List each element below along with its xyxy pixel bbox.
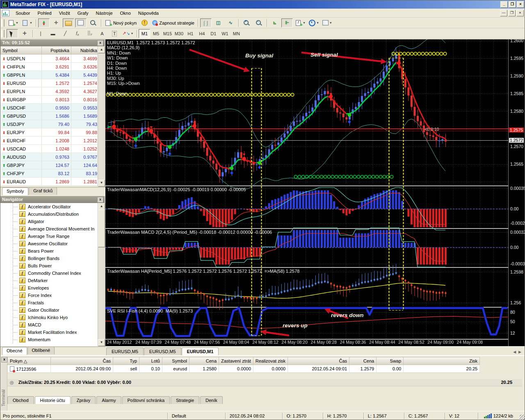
terminal-tab-obchod[interactable]: Obchod <box>7 396 34 404</box>
navigator-item[interactable]: fBollinger Bands <box>0 255 99 262</box>
market-watch-row[interactable]: ⬇CHFPLN3.62913.6326 <box>1 63 99 71</box>
chart-shift-button[interactable]: ⊩ <box>281 18 293 27</box>
new-order-button[interactable]: +Nový pokyn <box>103 18 138 27</box>
toolbar-grip[interactable] <box>1 19 5 27</box>
navigator-item[interactable]: fBulls Power <box>0 262 99 269</box>
market-watch-row[interactable]: ⬇EURCHF1.20081.2012 <box>1 137 99 145</box>
scroll-up-icon[interactable]: ▲ <box>98 46 105 53</box>
mw-col-0[interactable]: Symbol <box>1 46 42 55</box>
market-watch-row[interactable]: ⬇EURAUD1.28691.2881 <box>1 178 99 186</box>
text-label-tool-button[interactable]: T <box>109 29 120 38</box>
vertical-line-tool-button[interactable]: ❘ <box>35 29 46 38</box>
terminal-toggle-button[interactable] <box>75 18 87 27</box>
navigator-item[interactable]: fAccumulation/Distribution <box>0 210 99 218</box>
templates-button[interactable]: ▼ <box>321 18 333 27</box>
enable-strategies-button[interactable]: Zapnout strategie <box>151 18 196 27</box>
navigator-item[interactable]: fForce Index <box>0 292 99 299</box>
timeframe-m15[interactable]: M15 <box>162 29 173 38</box>
market-watch-row[interactable]: ⬇EURGBP0.80130.8016 <box>1 96 99 104</box>
timeframe-m5[interactable]: M5 <box>150 29 162 38</box>
terminal-tab-strategie[interactable]: Strategie <box>171 396 199 404</box>
navigator-item[interactable]: fAwesome Oscillator <box>0 240 99 247</box>
navigator-item[interactable]: fFractals <box>0 299 99 306</box>
tab-scroll-arrows[interactable]: ◀▶ <box>513 350 524 354</box>
order-row[interactable]: 171235962012.05.24 09:00sell0.10eurusd1.… <box>8 365 480 373</box>
terminal-col-0[interactable]: Pokyn △ <box>8 357 51 365</box>
profiles-button[interactable]: ▼ <box>21 18 34 27</box>
navigator-item[interactable]: fGator Oscillator <box>0 306 99 314</box>
resize-grip[interactable] <box>520 415 525 420</box>
market-watch-tab-graf-ticků[interactable]: Graf ticků <box>29 187 57 195</box>
terminal-col-3[interactable]: Lotů <box>139 357 162 365</box>
market-watch-row[interactable]: ⬆GBPUSD1.56861.5689 <box>1 112 99 120</box>
nav-scroll-up-icon[interactable]: ▲ <box>98 203 105 210</box>
arrows-tool-button[interactable]: ↗↘▼ <box>121 29 135 38</box>
timeframe-m30[interactable]: M30 <box>173 29 185 38</box>
terminal-tab-historie-tu[interactable]: Historie účtu <box>35 396 71 404</box>
chart-window[interactable]: EURUSD,M1 1.2572 1.2573 1.2572 1.2572MAC… <box>105 39 525 346</box>
timeframe-m1[interactable]: M1 <box>139 29 150 38</box>
strategy-tester-button[interactable] <box>87 18 99 27</box>
terminal-col-4[interactable]: Symbol <box>162 357 189 365</box>
mdi-restore-button[interactable]: ❐ <box>508 10 516 16</box>
timeframe-w1[interactable]: W1 <box>219 29 231 38</box>
menu-vložit[interactable]: Vložit <box>55 9 74 17</box>
menu-pohled[interactable]: Pohled <box>34 9 55 17</box>
chart-tab-1[interactable]: EURUSD,M5 <box>144 347 181 355</box>
navigator-item[interactable]: fAverage True Range <box>0 233 99 240</box>
chart-tab-2[interactable]: EURUSD,M1 <box>182 347 219 355</box>
horizontal-line-tool-button[interactable]: ▬ <box>47 29 59 38</box>
terminal-tab-alarmy[interactable]: Alarmy <box>96 396 121 404</box>
market-watch-scrollbar[interactable]: ▲ ▼ <box>98 46 105 187</box>
nav-scroll-down-icon[interactable]: ▼ <box>98 339 105 346</box>
terminal-tab-den-k[interactable]: Deník <box>200 396 223 404</box>
terminal-col-5[interactable]: Cena <box>189 357 219 365</box>
terminal-col-7[interactable]: Realizovat zisk <box>253 357 288 365</box>
market-watch-row[interactable]: ⬆CHFJPY83.1283.19 <box>1 169 99 178</box>
terminal-col-6[interactable]: Zastavení ztrát <box>219 357 253 365</box>
navigator-item[interactable]: fMACD <box>0 321 99 329</box>
market-watch-row[interactable]: ⬇EURJPY99.8499.88 <box>1 128 99 137</box>
crosshair-tool-button[interactable]: ✛ <box>19 29 30 38</box>
terminal-col-11[interactable]: Zisk <box>404 357 480 365</box>
navigator-item[interactable]: fEnvelopes <box>0 284 99 292</box>
terminal-tab-po-tovn-schr-nka[interactable]: Poštovní schránka <box>122 396 170 404</box>
navigator-item[interactable]: fAverage Directional Movement In <box>0 225 99 233</box>
timeframe-h1[interactable]: H1 <box>185 29 196 38</box>
nav-scroll-thumb[interactable] <box>98 210 105 247</box>
equidistant-channel-tool-button[interactable]: ⣿F <box>84 29 96 38</box>
mw-col-1[interactable]: Poptávka <box>42 46 71 55</box>
terminal-col-9[interactable]: Cena <box>349 357 377 365</box>
menu-okno[interactable]: Okno <box>116 9 135 17</box>
market-watch-row[interactable]: ⬆GBPJPY124.57124.64 <box>1 161 99 169</box>
navigator-item[interactable]: fCommodity Channel Index <box>0 269 99 277</box>
toolbar-grip2[interactable] <box>1 30 5 37</box>
terminal-col-2[interactable]: Typ <box>113 357 139 365</box>
menu-nápověda[interactable]: Nápověda <box>135 9 162 17</box>
terminal-col-8[interactable]: Čas <box>288 357 349 365</box>
market-watch-row[interactable]: ⬇EURUSD1.25721.2574 <box>1 79 99 87</box>
mw-col-2[interactable]: Nabídka <box>71 46 99 55</box>
market-watch-tab-symboly[interactable]: Symboly <box>2 187 28 195</box>
mdi-close-button[interactable]: × <box>516 10 524 16</box>
candlestick-chart-button[interactable]: ◫ <box>212 18 224 27</box>
scroll-down-icon[interactable]: ▼ <box>98 180 105 187</box>
expert-advisors-button[interactable]: ! <box>139 18 150 27</box>
terminal-close-icon[interactable]: x <box>1 357 7 363</box>
market-watch-close-icon[interactable]: x <box>97 40 103 46</box>
terminal-tab-zpr-vy[interactable]: Zprávy <box>71 396 96 404</box>
market-watch-row[interactable]: ⬆GBPPLN5.43845.4439 <box>1 71 99 79</box>
menu-soubor[interactable]: Soubor <box>12 9 34 17</box>
navigator-item[interactable]: fAccelerator Oscillator <box>0 203 99 210</box>
trendline-tool-button[interactable]: ╱ <box>59 29 71 38</box>
text-tool-button[interactable]: A <box>96 29 108 38</box>
market-watch-row[interactable]: ⬇EURPLN4.35924.3627 <box>1 87 99 96</box>
line-chart-button[interactable]: ∿ <box>225 18 236 27</box>
navigator-item[interactable]: fIchimoku Kinko Hyo <box>0 314 99 321</box>
mdi-minimize-button[interactable]: — <box>500 10 507 16</box>
status-profile[interactable]: Default <box>167 413 225 419</box>
data-window-button[interactable]: ✛ <box>50 18 62 27</box>
indicators-button[interactable]: f+▼ <box>294 18 307 27</box>
market-watch-row[interactable]: ⬆USDCHF0.95500.9553 <box>1 104 99 112</box>
terminal-col-10[interactable]: Swap <box>377 357 404 365</box>
